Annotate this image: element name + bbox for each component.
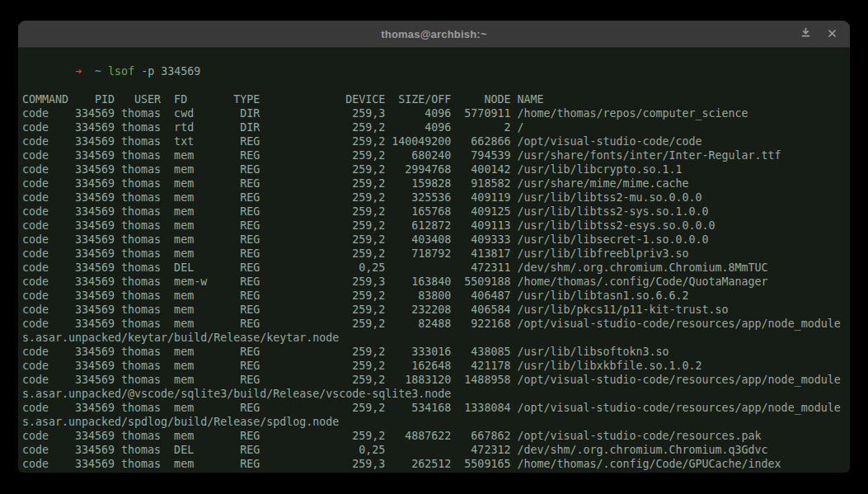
lsof-row: code 334569 thomas DEL REG 0,25 472311 /… bbox=[22, 261, 847, 275]
terminal-window: thomas@archbish:~ bbox=[18, 21, 850, 473]
download-button[interactable] bbox=[797, 26, 814, 42]
prompt-command: lsof bbox=[108, 65, 134, 78]
lsof-row: code 334569 thomas mem REG 259,2 4887622… bbox=[22, 429, 847, 443]
window-title: thomas@archbish:~ bbox=[381, 28, 486, 40]
titlebar[interactable]: thomas@archbish:~ bbox=[18, 21, 850, 48]
lsof-row: code 334569 thomas mem REG 259,2 182488 … bbox=[22, 471, 847, 473]
lsof-row: code 334569 thomas mem REG 259,2 612872 … bbox=[22, 219, 847, 233]
lsof-row: code 334569 thomas mem REG 259,2 82488 9… bbox=[22, 317, 847, 345]
lsof-row: code 334569 thomas mem REG 259,3 262512 … bbox=[22, 457, 847, 471]
lsof-row: code 334569 thomas mem REG 259,2 232208 … bbox=[22, 303, 847, 317]
lsof-row: code 334569 thomas mem REG 259,2 403408 … bbox=[22, 233, 847, 247]
prompt-args: -p 334569 bbox=[134, 65, 200, 78]
lsof-row: code 334569 thomas mem REG 259,2 718792 … bbox=[22, 247, 847, 261]
lsof-row: code 334569 thomas mem REG 259,2 165768 … bbox=[22, 205, 847, 219]
prompt-spacer bbox=[101, 65, 108, 78]
shell-prompt: ➜ ~ lsof -p 334569 bbox=[22, 50, 847, 92]
lsof-row: code 334569 thomas txt REG 259,2 1400492… bbox=[22, 134, 847, 148]
lsof-row: code 334569 thomas mem-w REG 259,3 16384… bbox=[22, 275, 847, 289]
lsof-header-row: COMMAND PID USER FD TYPE DEVICE SIZE/OFF… bbox=[22, 92, 847, 106]
lsof-row: code 334569 thomas mem REG 259,2 534168 … bbox=[22, 401, 847, 429]
lsof-row: code 334569 thomas mem REG 259,2 325536 … bbox=[22, 191, 847, 205]
lsof-row: code 334569 thomas mem REG 259,2 680240 … bbox=[22, 148, 847, 162]
lsof-row: code 334569 thomas mem REG 259,2 83800 4… bbox=[22, 289, 847, 303]
lsof-row: code 334569 thomas mem REG 259,2 159828 … bbox=[22, 176, 847, 191]
prompt-arrow: ➜ bbox=[75, 65, 82, 78]
close-button[interactable] bbox=[823, 26, 840, 42]
titlebar-buttons bbox=[797, 21, 840, 47]
lsof-row: code 334569 thomas cwd DIR 259,3 4096 57… bbox=[22, 106, 847, 120]
desktop-background: thomas@archbish:~ bbox=[0, 0, 868, 494]
close-icon bbox=[828, 28, 837, 40]
prompt-spacer bbox=[82, 65, 95, 78]
lsof-row: code 334569 thomas mem REG 259,2 333016 … bbox=[22, 345, 847, 359]
lsof-row: code 334569 thomas mem REG 259,2 2994768… bbox=[22, 162, 847, 176]
lsof-row: code 334569 thomas rtd DIR 259,2 4096 2 … bbox=[22, 120, 847, 134]
lsof-row: code 334569 thomas mem REG 259,2 162648 … bbox=[22, 359, 847, 373]
lsof-output: COMMAND PID USER FD TYPE DEVICE SIZE/OFF… bbox=[22, 92, 850, 473]
download-icon bbox=[800, 27, 811, 40]
lsof-row: code 334569 thomas mem REG 259,2 1883120… bbox=[22, 373, 847, 401]
lsof-row: code 334569 thomas DEL REG 0,25 472312 /… bbox=[22, 443, 847, 457]
prompt-cwd: ~ bbox=[95, 65, 101, 78]
terminal-content[interactable]: ➜ ~ lsof -p 334569 COMMAND PID USER FD T… bbox=[18, 48, 850, 473]
